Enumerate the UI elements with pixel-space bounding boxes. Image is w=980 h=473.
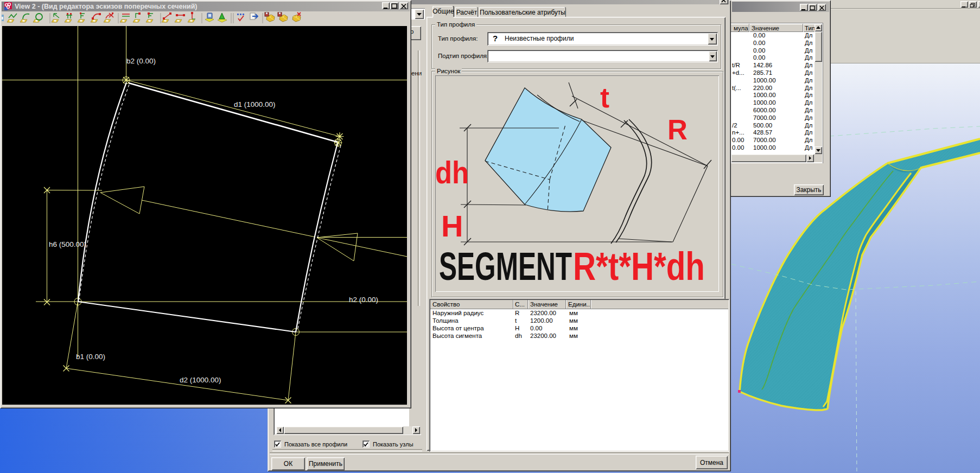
svg-text:h2 (0.00): h2 (0.00) <box>349 296 378 304</box>
svg-text:SEGMENT: SEGMENT <box>439 245 572 288</box>
svg-text:b1 (0.00): b1 (0.00) <box>76 353 105 361</box>
svg-text:H: H <box>441 209 463 243</box>
svg-text:dh: dh <box>435 155 469 190</box>
svg-text:R: R <box>667 114 688 145</box>
svg-text:d1 (1000.00): d1 (1000.00) <box>234 100 276 108</box>
svg-text:b2 (0.00): b2 (0.00) <box>126 57 156 65</box>
svg-text:d2 (1000.00): d2 (1000.00) <box>180 376 221 384</box>
svg-text:h6 (500.00): h6 (500.00) <box>49 240 86 248</box>
svg-text:R*t*H*dh: R*t*H*dh <box>573 245 705 288</box>
svg-text:t: t <box>600 82 609 113</box>
